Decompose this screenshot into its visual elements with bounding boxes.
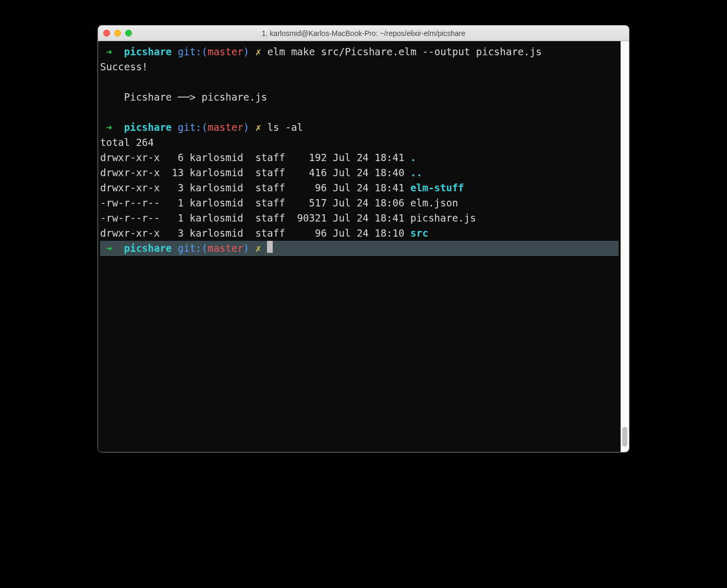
terminal-body[interactable]: ➜ picshare git:(master) ✗ elm make src/P… (98, 41, 621, 452)
output-success: Success! (100, 61, 148, 72)
prompt-git-close: ) (244, 242, 249, 254)
prompt-git-label: git:( (178, 121, 208, 133)
prompt-cwd: picshare (124, 242, 172, 254)
command-2: ls -al (267, 121, 303, 133)
prompt-branch: master (208, 46, 244, 57)
ls-total: total 264 (100, 137, 154, 148)
command-1: elm make src/Picshare.elm --output picsh… (267, 46, 541, 57)
scrollbar[interactable] (621, 41, 629, 452)
prompt-git-close: ) (244, 121, 249, 133)
minimize-icon[interactable] (114, 30, 121, 36)
prompt-git-close: ) (244, 46, 249, 57)
prompt-line-active: ➜ picshare git:(master) ✗ (100, 241, 619, 256)
traffic-lights (103, 30, 132, 36)
zoom-icon[interactable] (125, 30, 132, 36)
prompt-cwd: picshare (124, 46, 172, 57)
terminal-body-wrapper: ➜ picshare git:(master) ✗ elm make src/P… (98, 41, 629, 452)
prompt-dirty-icon: ✗ (256, 242, 261, 254)
prompt-branch: master (208, 242, 244, 254)
terminal-window: 1. karlosmid@Karlos-MacBook-Pro: ~/repos… (98, 25, 629, 452)
window-title: 1. karlosmid@Karlos-MacBook-Pro: ~/repos… (98, 29, 629, 38)
prompt-branch: master (208, 121, 244, 133)
prompt-git-label: git:( (178, 46, 208, 57)
prompt-dirty-icon: ✗ (256, 46, 261, 57)
prompt-arrow-icon: ➜ (106, 46, 112, 57)
output-compile-map: Picshare ──> picshare.js (100, 91, 267, 103)
prompt-line: ➜ picshare git:(master) ✗ ls -al (100, 121, 303, 133)
prompt-arrow-icon: ➜ (106, 242, 112, 254)
prompt-arrow-icon: ➜ (106, 121, 112, 133)
close-icon[interactable] (103, 30, 110, 36)
cursor (267, 241, 273, 253)
prompt-line: ➜ picshare git:(master) ✗ elm make src/P… (100, 46, 542, 57)
scrollbar-thumb[interactable] (622, 427, 627, 447)
prompt-git-label: git:( (178, 242, 208, 254)
prompt-dirty-icon: ✗ (256, 121, 261, 133)
prompt-cwd: picshare (124, 121, 172, 133)
ls-listing: drwxr-xr-x 6 karlosmid staff 192 Jul 24 … (100, 152, 476, 239)
titlebar[interactable]: 1. karlosmid@Karlos-MacBook-Pro: ~/repos… (98, 26, 629, 41)
